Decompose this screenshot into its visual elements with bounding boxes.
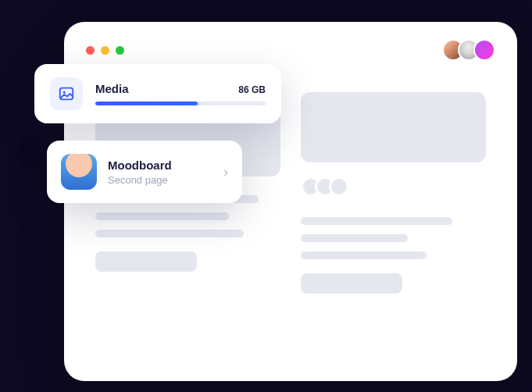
moodboard-icon <box>61 154 97 190</box>
moodboard-subtitle: Second page <box>108 174 212 186</box>
media-label: Media <box>95 82 129 95</box>
moodboard-text: Moodboard Second page <box>108 159 212 186</box>
window-controls <box>86 46 124 55</box>
chevron-right-icon: › <box>223 164 228 180</box>
text-placeholder <box>301 234 408 242</box>
text-placeholder <box>301 217 452 225</box>
content-card <box>301 92 486 365</box>
image-icon <box>50 77 83 110</box>
image-placeholder <box>301 92 486 162</box>
collaborator-avatars <box>442 39 495 61</box>
text-placeholder <box>301 251 427 259</box>
close-window-button[interactable] <box>86 46 95 55</box>
block-placeholder <box>95 251 197 272</box>
titlebar <box>64 22 517 69</box>
storage-progress-fill <box>95 102 198 105</box>
media-info: Media 86 GB <box>95 82 266 105</box>
avatar-placeholder <box>329 176 349 197</box>
media-size: 86 GB <box>238 84 266 95</box>
content-card <box>95 92 280 365</box>
moodboard-card[interactable]: Moodboard Second page › <box>47 141 242 203</box>
avatar-stack-placeholder <box>301 176 486 197</box>
moodboard-title: Moodboard <box>108 159 212 173</box>
media-storage-card[interactable]: Media 86 GB <box>34 64 281 123</box>
text-placeholder <box>95 230 244 237</box>
maximize-window-button[interactable] <box>116 46 124 55</box>
text-placeholder <box>95 212 229 220</box>
avatar[interactable] <box>473 39 495 61</box>
minimize-window-button[interactable] <box>101 46 109 55</box>
svg-point-1 <box>63 91 66 94</box>
block-placeholder <box>301 273 402 294</box>
storage-progress-track <box>95 102 266 105</box>
